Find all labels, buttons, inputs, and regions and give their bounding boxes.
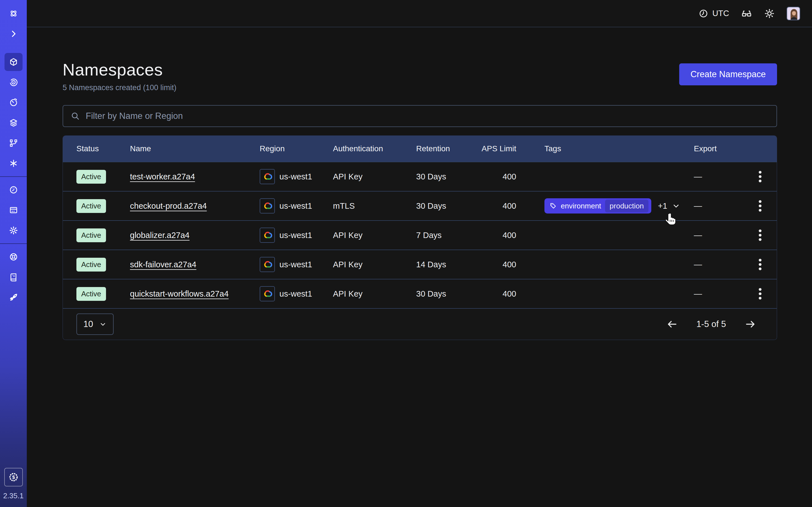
rocket-icon bbox=[9, 293, 18, 302]
credits-badge-button[interactable]: $ bbox=[4, 468, 23, 487]
timer-icon bbox=[9, 98, 18, 107]
sidebar-item-batch-operations[interactable] bbox=[4, 134, 22, 152]
arrow-right-icon bbox=[745, 319, 756, 330]
filter-input[interactable] bbox=[86, 111, 769, 121]
kebab-icon bbox=[758, 200, 762, 212]
sidebar-item-getting-started[interactable] bbox=[4, 288, 22, 306]
status-badge: Active bbox=[77, 170, 106, 184]
kebab-icon bbox=[758, 229, 762, 241]
gcp-region-icon bbox=[260, 228, 275, 243]
svg-text:$: $ bbox=[12, 474, 15, 480]
tags-expand-button[interactable] bbox=[672, 202, 680, 210]
timezone-selector[interactable]: UTC bbox=[699, 9, 729, 18]
arrow-left-icon bbox=[666, 319, 678, 330]
clock-icon bbox=[699, 9, 708, 18]
sidebar-expand-button[interactable] bbox=[4, 25, 22, 43]
avatar-image bbox=[787, 7, 800, 20]
branch-icon bbox=[9, 138, 18, 148]
export-cell: — bbox=[694, 202, 743, 211]
page-size-select[interactable]: 10 bbox=[77, 314, 114, 335]
gcp-region-icon bbox=[260, 257, 275, 272]
table-row: Active test-worker.a27a4 us-west1 API Ke… bbox=[63, 162, 777, 191]
page-subtitle: 5 Namespaces created (100 limit) bbox=[63, 83, 176, 92]
auth-cell: API Key bbox=[333, 172, 416, 181]
layers-icon bbox=[9, 118, 18, 127]
namespace-link[interactable]: quickstart-workflows.a27a4 bbox=[130, 289, 229, 298]
timezone-label: UTC bbox=[712, 9, 729, 18]
tag-key: environment bbox=[561, 202, 601, 210]
chevron-down-icon bbox=[99, 321, 107, 328]
namespace-link[interactable]: test-worker.a27a4 bbox=[130, 172, 195, 181]
namespace-link[interactable]: globalizer.a27a4 bbox=[130, 231, 190, 240]
glasses-icon bbox=[741, 8, 752, 19]
retention-cell: 30 Days bbox=[416, 172, 481, 181]
tag-icon bbox=[550, 202, 557, 210]
region-label: us-west1 bbox=[280, 172, 312, 181]
sidebar-item-settings[interactable] bbox=[4, 221, 22, 239]
status-badge: Active bbox=[77, 228, 106, 242]
kebab-icon bbox=[758, 259, 762, 270]
theme-toggle-button[interactable] bbox=[764, 8, 775, 19]
sidebar-item-support[interactable] bbox=[4, 248, 22, 266]
labs-toggle-button[interactable] bbox=[741, 8, 752, 19]
col-export: Export bbox=[694, 144, 743, 153]
sidebar-item-schedules[interactable] bbox=[4, 94, 22, 112]
sidebar-item-deployments[interactable] bbox=[4, 114, 22, 132]
gear-icon bbox=[9, 226, 18, 235]
export-cell: — bbox=[694, 260, 743, 269]
col-retention: Retention bbox=[416, 144, 481, 153]
table-header-row: Status Name Region Authentication Retent… bbox=[63, 135, 777, 162]
temporal-logo-icon bbox=[9, 9, 18, 18]
sidebar-item-nexus[interactable] bbox=[4, 154, 22, 172]
row-menu-button[interactable] bbox=[755, 256, 765, 273]
sidebar-item-workflows[interactable] bbox=[4, 73, 22, 91]
pagination: 1-5 of 5 bbox=[666, 319, 756, 330]
user-avatar[interactable] bbox=[786, 7, 800, 20]
create-namespace-button[interactable]: Create Namespace bbox=[679, 63, 777, 86]
table-footer: 10 1-5 of 5 bbox=[63, 308, 777, 340]
auth-cell: mTLS bbox=[333, 202, 416, 211]
row-menu-button[interactable] bbox=[755, 285, 765, 302]
page-size-value: 10 bbox=[84, 319, 93, 329]
col-aps-limit: APS Limit bbox=[481, 144, 516, 153]
table-row: Active quickstart-workflows.a27a4 us-wes… bbox=[63, 279, 777, 308]
credit-card-icon bbox=[9, 206, 18, 215]
tags-cell: environment production +1 bbox=[516, 198, 694, 214]
sidebar-item-namespaces[interactable] bbox=[4, 53, 22, 71]
tag-pill[interactable]: environment production bbox=[545, 198, 651, 214]
lifebuoy-icon bbox=[9, 252, 18, 262]
content: Namespaces 5 Namespaces created (100 lim… bbox=[27, 27, 812, 340]
pagination-range: 1-5 of 5 bbox=[696, 319, 726, 329]
row-menu-button[interactable] bbox=[755, 168, 765, 185]
namespaces-table: Status Name Region Authentication Retent… bbox=[63, 135, 777, 340]
dollar-badge-icon: $ bbox=[8, 472, 19, 483]
prev-page-button[interactable] bbox=[666, 319, 678, 330]
sidebar-item-billing[interactable] bbox=[4, 201, 22, 219]
col-name: Name bbox=[130, 144, 260, 153]
temporal-logo[interactable] bbox=[4, 4, 22, 22]
next-page-button[interactable] bbox=[745, 319, 756, 330]
sidebar-item-docs[interactable] bbox=[4, 268, 22, 286]
col-tags: Tags bbox=[516, 144, 694, 153]
region-label: us-west1 bbox=[280, 289, 312, 298]
row-menu-button[interactable] bbox=[755, 226, 765, 244]
app-version: 2.35.1 bbox=[3, 492, 23, 500]
gcp-region-icon bbox=[260, 286, 275, 301]
gauge-icon bbox=[9, 185, 18, 194]
aps-limit-cell: 400 bbox=[481, 260, 516, 269]
namespace-link[interactable]: sdk-failover.a27a4 bbox=[130, 260, 196, 269]
tags-more-count: +1 bbox=[658, 202, 667, 211]
region-label: us-west1 bbox=[280, 202, 312, 211]
row-menu-button[interactable] bbox=[755, 197, 765, 215]
search-icon bbox=[70, 111, 80, 121]
sidebar-item-usage[interactable] bbox=[4, 181, 22, 199]
gcp-region-icon bbox=[260, 169, 275, 184]
auth-cell: API Key bbox=[333, 289, 416, 298]
page-title: Namespaces bbox=[63, 60, 176, 79]
tag-value: production bbox=[605, 200, 648, 212]
page-header: Namespaces 5 Namespaces created (100 lim… bbox=[63, 60, 777, 92]
export-cell: — bbox=[694, 231, 743, 240]
retention-cell: 14 Days bbox=[416, 260, 481, 269]
main-area: UTC N bbox=[27, 0, 812, 507]
namespace-link[interactable]: checkout-prod.a27a4 bbox=[130, 202, 207, 210]
